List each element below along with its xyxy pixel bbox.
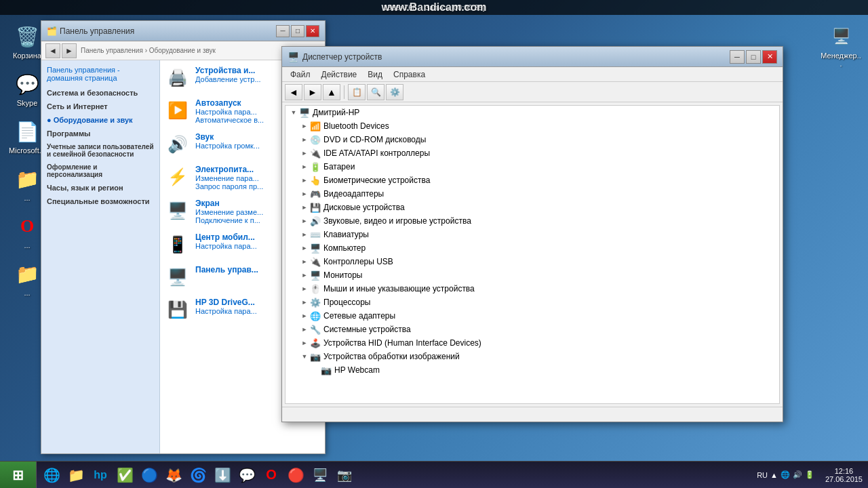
tree-expand-biometric[interactable]: ► [299,175,310,186]
taskbar-firefox-icon[interactable]: 🦊 [163,464,184,486]
taskbar-torrent-icon[interactable]: ⬇️ [212,464,233,486]
tree-item-webcam[interactable]: 📷 HP Webcam [285,363,779,377]
menu-action[interactable]: Действие [316,68,363,81]
tree-expand-bluetooth[interactable]: ► [299,121,310,131]
tree-expand-computer[interactable]: ▼ [288,107,299,118]
cp-home-link[interactable]: Панель управления - домашняя страница [47,66,154,82]
tree-item-sysdevices[interactable]: ► 🔧 Системные устройства [285,323,779,336]
cp-forward-btn[interactable]: ► [62,43,77,58]
tree-label-keyboard: Клавиатуры [323,230,369,239]
cp-close-btn[interactable]: ✕ [306,25,319,37]
devmgr-maximize-btn[interactable]: □ [746,50,761,64]
cp-minimize-btn[interactable]: ─ [276,25,290,37]
tree-icon-usb: 🔌 [310,256,321,267]
tree-expand-disk[interactable]: ► [299,202,310,213]
taskbar-opera-icon[interactable]: O [260,464,282,486]
taskbar-screen-icon[interactable]: 🖥️ [309,464,331,486]
tree-expand-keyboard[interactable]: ► [299,229,310,240]
desktop-icon-monitor[interactable]: 🖥️ Менеджер... [817,20,865,70]
taskbar-camera-icon[interactable]: 📷 [334,464,355,486]
cp-sidebar-accessibility[interactable]: Специальные возможности [47,197,154,205]
cp-sidebar-network[interactable]: Сеть и Интернет [47,102,154,110]
tree-expand-dvd[interactable]: ► [299,134,310,145]
tree-icon-sysdevices: 🔧 [310,324,321,335]
tree-expand-mice[interactable]: ► [299,283,310,294]
cp-sidebar-clock[interactable]: Часы, язык и регион [47,184,154,192]
tree-expand-sound[interactable]: ► [299,216,310,226]
tree-item-biometric[interactable]: ► 👆 Биометрические устройства [285,174,779,187]
cp-sidebar-appearance[interactable]: Оформление и персонализация [47,163,154,178]
taskbar-ie-icon[interactable]: 🌐 [41,464,62,486]
tree-expand-cpu[interactable]: ► [299,297,310,308]
devmgr-titlebar[interactable]: 🖥️ Диспетчер устройств ─ □ ✕ [282,47,783,67]
tree-expand-usb[interactable]: ► [299,256,310,267]
toolbar-settings-btn[interactable]: ⚙️ [386,84,403,100]
cp-titlebar[interactable]: 🗂️ Панель управления ─ □ ✕ [41,21,325,41]
devmgr-tree[interactable]: ▼ 🖥️ Дмитрий-HP ► 📶 Bluetooth Devices ► … [285,105,780,404]
taskbar-lang: RU [757,471,768,479]
tree-item-computer-node[interactable]: ► 🖥️ Компьютер [285,241,779,255]
tree-item-mice[interactable]: ► 🖱️ Мыши и иные указывающие устройства [285,282,779,296]
toolbar-prop-btn[interactable]: 📋 [348,84,366,100]
taskbar-app1-icon[interactable]: ✅ [114,464,136,486]
devmgr-close-btn[interactable]: ✕ [762,50,777,64]
tree-item-monitors[interactable]: ► 🖥️ Мониторы [285,268,779,282]
tree-item-sound[interactable]: ► 🔊 Звуковые, видео и игровые устройства [285,214,779,228]
toolbar-scan-btn[interactable]: 🔍 [367,84,384,100]
tree-item-ide[interactable]: ► 🔌 IDE ATA/ATAPI контроллеры [285,146,779,160]
tree-label-usb: Контроллеры USB [323,257,393,266]
tree-item-computer[interactable]: ▼ 🖥️ Дмитрий-HP [285,106,779,119]
cp-sidebar-programs[interactable]: Программы [47,129,154,138]
menu-view[interactable]: Вид [362,68,388,81]
menu-help[interactable]: Справка [388,68,431,81]
tree-expand-battery[interactable]: ► [299,161,310,172]
tree-item-video[interactable]: ► 🎮 Видеоадаптеры [285,187,779,201]
toolbar-back-btn[interactable]: ◄ [285,84,302,100]
tree-icon-battery: 🔋 [310,161,321,172]
tree-icon-webcam: 📷 [321,365,332,375]
taskbar-network: 🌐 [781,470,790,479]
toolbar-up-btn[interactable]: ▲ [323,84,340,100]
tree-item-hid[interactable]: ► 🕹️ Устройства HID (Human Interface Dev… [285,336,779,350]
tree-expand-imaging[interactable]: ▼ [299,351,310,362]
cp-maximize-btn[interactable]: □ [291,25,304,37]
toolbar-forward-btn[interactable]: ► [304,84,321,100]
tree-icon-network: 🌐 [310,310,321,321]
tree-icon-hid: 🕹️ [310,338,321,348]
tree-item-cpu[interactable]: ► ⚙️ Процессоры [285,296,779,309]
cp-back-btn[interactable]: ◄ [45,43,60,58]
tree-item-dvd[interactable]: ► 💿 DVD и CD-ROM дисководы [285,133,779,146]
tree-item-network[interactable]: ► 🌐 Сетевые адаптеры [285,309,779,323]
tree-expand-hid[interactable]: ► [299,338,310,348]
cp-devices-icon: 🖨️ [165,66,190,90]
cp-sidebar-hardware[interactable]: ● Оборудование и звук [47,116,154,124]
taskbar-folder-icon[interactable]: 📁 [65,464,87,486]
devmgr-minimize-btn[interactable]: ─ [730,50,745,64]
cp-sidebar-system[interactable]: Система и безопасность [47,89,154,97]
taskbar-arrow[interactable]: ▲ [770,471,778,479]
taskbar-skype-icon[interactable]: 💬 [236,464,258,486]
tree-item-bluetooth[interactable]: ► 📶 Bluetooth Devices [285,119,779,133]
cp-sidebar-accounts[interactable]: Учетные записи пользователей и семейной … [47,143,154,158]
tree-expand-sysdevices[interactable]: ► [299,324,310,335]
tree-item-disk[interactable]: ► 💾 Дисковые устройства [285,201,779,214]
taskbar-chrome-icon[interactable]: 🌀 [187,464,209,486]
tree-expand-monitors[interactable]: ► [299,270,310,281]
folder1-icon: 📁 [14,165,41,192]
tree-expand-ide[interactable]: ► [299,148,310,159]
tree-item-battery[interactable]: ► 🔋 Батареи [285,160,779,174]
tree-label-imaging: Устройства обработки изображений [323,352,460,361]
taskbar-hp-icon[interactable]: hp [90,464,111,486]
tree-expand-network[interactable]: ► [299,310,310,321]
tree-item-imaging[interactable]: ▼ 📷 Устройства обработки изображений [285,350,779,363]
taskbar-volume[interactable]: 🔊 [793,470,802,479]
taskbar-record-icon[interactable]: 🔴 [285,464,307,486]
tree-expand-computer-node[interactable]: ► [299,243,310,253]
cp-panel-icon: 🖥️ [165,265,190,289]
start-button[interactable]: ⊞ [0,462,37,489]
tree-item-usb[interactable]: ► 🔌 Контроллеры USB [285,255,779,268]
tree-item-keyboard[interactable]: ► ⌨️ Клавиатуры [285,228,779,241]
taskbar-ie2-icon[interactable]: 🔵 [138,464,160,486]
tree-expand-video[interactable]: ► [299,188,310,199]
menu-file[interactable]: Файл [285,68,316,81]
